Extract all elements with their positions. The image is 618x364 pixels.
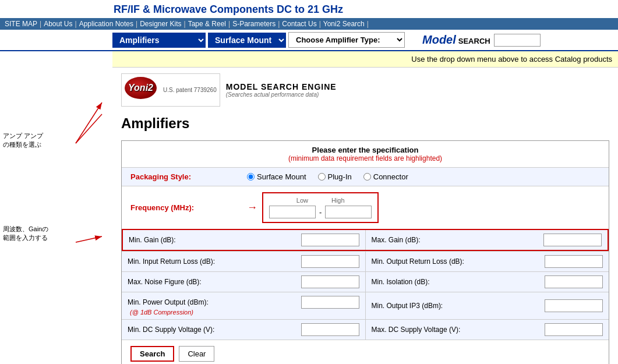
freq-low-label: Low [296,197,308,204]
category-dropdown[interactable]: Amplifiers [112,33,206,48]
power-output-input[interactable] [301,296,359,309]
frequency-inputs-box: Low High - [262,192,379,223]
min-gain-label: Min. Gain (dB): [129,236,301,244]
max-dc-cell: Max. DC Supply Voltage (V): [366,320,609,340]
form-header: Please enter the specification (minimum … [122,141,609,167]
mount-type-dropdown[interactable]: Surface Mount [208,33,286,48]
min-output-rl-cell: Min. Output Return Loss (dB): [366,252,609,271]
max-gain-input[interactable] [543,234,602,246]
radio-surface-mount[interactable]: Surface Mount [247,172,306,181]
min-input-rl-cell: Min. Input Return Loss (dB): [122,252,366,271]
page-title: Amplifiers [121,115,609,132]
min-output-rl-label: Min. Output Return Loss (dB): [372,257,545,266]
logo-area: Yoni2 U.S. patent 7739260 MODEL SEARCH E… [121,73,609,107]
packaging-radio-group: Surface Mount Plug-In Connector [247,172,408,181]
amplifier-type-dropdown[interactable]: Choose Amplifier Type: [288,32,405,48]
radio-connector[interactable]: Connector [363,172,408,181]
annotation-2: 周波数、Gainの 範囲を入力する [3,225,48,243]
noise-figure-cell: Max. Noise Figure (dB): [122,272,366,292]
max-gain-cell: Max. Gain (dB): [366,230,608,250]
model-label: Model [422,33,456,47]
power-sub-label: (@ 1dB Compression) [128,309,193,316]
engine-title-block: MODEL SEARCH ENGINE (Searches actual per… [226,82,337,98]
min-dc-label: Min. DC Supply Voltage (V): [128,326,301,334]
return-loss-row: Min. Input Return Loss (dB): Min. Output… [122,251,609,271]
nav-contact[interactable]: Contact Us [282,20,316,28]
nav-tape-reel[interactable]: Tape & Reel [188,20,226,28]
nav-designer-kits[interactable]: Designer Kits [140,20,181,28]
frequency-row: Frequency (MHz): → Low High - [122,186,609,229]
nav-about[interactable]: About Us [44,20,72,28]
frequency-high-input[interactable] [325,206,372,218]
max-gain-label: Max. Gain (dB): [372,236,544,244]
min-isolation-input[interactable] [545,275,603,288]
freq-high-label: High [331,197,345,204]
power-output-cell: Min. Power Output (dBm): (@ 1dB Compress… [122,292,366,319]
banner-title: RF/IF & Microwave Components DC to 21 GH… [114,3,343,15]
min-ip3-cell: Min. Output IP3 (dBm): [366,292,609,319]
model-search-input[interactable] [494,34,541,47]
noise-isolation-row: Max. Noise Figure (dB): Min. Isolation (… [122,271,609,292]
max-dc-input[interactable] [545,323,603,336]
svg-line-4 [76,236,102,242]
svg-line-1 [76,114,102,143]
nav-site-map[interactable]: SITE MAP [5,20,37,28]
nav-app-notes[interactable]: Application Notes [79,20,133,28]
nav-bar: SITE MAP | About Us | Application Notes … [0,18,618,30]
search-label: SEARCH [458,37,490,45]
annotation-1: アンプ アンプ の種類を選ぶ [3,132,43,150]
freq-arrow-icon: → [247,202,257,214]
frequency-low-input[interactable] [269,206,316,218]
clear-button[interactable]: Clear [179,346,214,362]
logo-text: U.S. patent 7739260 [163,87,217,93]
min-input-rl-input[interactable] [301,255,359,268]
nav-yoni2[interactable]: Yoni2 Search [323,20,365,28]
sidebar: アンプ アンプ の種類を選ぶ 周波数、Gainの 範囲を入力する [0,68,112,364]
power-output-label: Min. Power Output (dBm): [128,298,301,306]
svg-line-0 [76,103,102,143]
noise-figure-input[interactable] [301,275,359,288]
max-dc-label: Max. DC Supply Voltage (V): [372,326,545,334]
logo-box: Yoni2 U.S. patent 7739260 [121,73,220,107]
min-isolation-label: Min. Isolation (dB): [372,278,545,286]
noise-figure-label: Max. Noise Figure (dB): [128,278,301,286]
min-isolation-cell: Min. Isolation (dB): [366,272,609,292]
nav-s-params[interactable]: S-Parameters [232,20,276,28]
min-ip3-input[interactable] [545,299,603,312]
min-input-rl-label: Min. Input Return Loss (dB): [128,257,301,266]
frequency-label: Frequency (MHz): [130,203,247,212]
min-gain-cell: Min. Gain (dB): [123,230,366,250]
min-output-rl-input[interactable] [545,255,603,268]
packaging-label: Packaging Style: [130,172,247,181]
content-area: Yoni2 U.S. patent 7739260 MODEL SEARCH E… [112,68,618,364]
search-button[interactable]: Search [130,346,174,362]
min-gain-input[interactable] [301,234,359,246]
info-bar: Use the drop down menu above to access C… [112,51,618,68]
gain-row: Min. Gain (dB): Max. Gain (dB): [122,229,609,251]
search-form: Please enter the specification (minimum … [121,140,609,364]
packaging-row: Packaging Style: Surface Mount Plug-In C… [122,167,609,186]
main-layout: アンプ アンプ の種類を選ぶ 周波数、Gainの 範囲を入力する [0,68,618,364]
top-banner: RF/IF & Microwave Components DC to 21 GH… [0,0,618,18]
min-ip3-label: Min. Output IP3 (dBm): [372,302,545,310]
min-dc-cell: Min. DC Supply Voltage (V): [122,320,366,340]
power-ip3-row: Min. Power Output (dBm): (@ 1dB Compress… [122,292,609,319]
buttons-row: Search Clear [122,340,609,364]
arrows-svg [0,68,112,364]
min-dc-input[interactable] [301,323,359,336]
radio-plug-in[interactable]: Plug-In [318,172,352,181]
dc-voltage-row: Min. DC Supply Voltage (V): Max. DC Supp… [122,319,609,340]
